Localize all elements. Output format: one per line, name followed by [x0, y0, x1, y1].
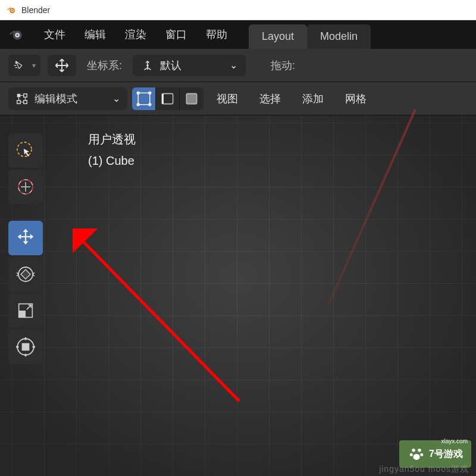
svg-rect-8 — [17, 93, 21, 97]
menu-select[interactable]: 选择 — [251, 92, 289, 106]
svg-rect-24 — [19, 311, 26, 317]
drag-label: 拖动: — [271, 58, 295, 73]
svg-point-2 — [11, 10, 12, 11]
vertex-icon — [136, 91, 152, 107]
svg-point-32 — [413, 454, 419, 460]
vertex-select-button[interactable] — [132, 87, 156, 110]
watermark-url: xlayx.com — [441, 438, 468, 444]
edge-icon — [160, 91, 176, 107]
svg-rect-11 — [24, 100, 27, 104]
svg-rect-12 — [138, 93, 150, 105]
viewport-info: 用户透视 (1) Cube — [88, 129, 136, 171]
pivot-dropdown[interactable] — [48, 55, 76, 76]
select-mode-group — [132, 87, 203, 110]
menubar: 文件 编辑 渲染 窗口 帮助 Layout Modelin — [0, 20, 476, 49]
snap-dropdown[interactable]: ▾ — [8, 55, 40, 76]
svg-rect-18 — [186, 93, 196, 104]
svg-point-13 — [136, 91, 139, 94]
orientation-value: 默认 — [160, 58, 181, 73]
svg-point-29 — [418, 449, 421, 452]
svg-rect-17 — [162, 93, 173, 104]
tool-cursor[interactable] — [8, 170, 43, 204]
svg-point-28 — [412, 449, 415, 452]
transform-icon — [14, 336, 37, 358]
toolbar-mode: 编辑模式 ⌄ 视图 选择 添加 网格 — [0, 82, 476, 115]
toolbar-header: ▾ 坐标系: 默认 ⌄ 拖动: — [0, 49, 476, 82]
svg-point-30 — [410, 453, 413, 456]
chevron-down-icon: ⌄ — [230, 60, 237, 71]
watermark-sub: jingyan5ou moos游戏 — [372, 463, 476, 476]
titlebar: Blender — [0, 0, 476, 20]
tool-select-box[interactable] — [8, 133, 43, 168]
tool-scale[interactable] — [8, 293, 43, 328]
orientation-dropdown[interactable]: 默认 ⌄ — [133, 55, 246, 76]
paw-icon — [408, 445, 425, 463]
move-icon — [54, 57, 70, 74]
menu-help[interactable]: 帮助 — [196, 24, 237, 45]
blender-logo-icon — [8, 27, 24, 42]
titlebar-title: Blender — [21, 5, 50, 15]
menu-file[interactable]: 文件 — [35, 24, 75, 45]
face-select-button[interactable] — [180, 87, 203, 110]
svg-rect-9 — [24, 93, 27, 97]
magnet-icon — [13, 59, 26, 72]
menu-edit[interactable]: 编辑 — [75, 24, 115, 45]
svg-line-27 — [80, 238, 239, 401]
axis-z-line — [327, 109, 416, 306]
face-icon — [184, 91, 199, 107]
menu-mesh[interactable]: 网格 — [337, 92, 375, 106]
svg-point-15 — [136, 103, 139, 106]
orientation-icon — [141, 59, 154, 72]
chevron-down-icon: ▾ — [32, 61, 36, 70]
edit-mode-icon — [15, 92, 29, 105]
svg-point-7 — [146, 64, 149, 67]
workspace-modeling[interactable]: Modelin — [307, 24, 371, 49]
workspace-layout[interactable]: Layout — [249, 24, 307, 49]
svg-point-5 — [16, 34, 18, 36]
menu-view[interactable]: 视图 — [208, 92, 246, 106]
svg-point-14 — [148, 91, 151, 94]
menu-window[interactable]: 窗口 — [156, 24, 196, 45]
menu-add[interactable]: 添加 — [294, 92, 332, 106]
rotate-icon — [15, 264, 36, 285]
mode-label: 编辑模式 — [35, 92, 107, 106]
mode-dropdown[interactable]: 编辑模式 ⌄ — [8, 87, 127, 110]
menu-render[interactable]: 渲染 — [115, 24, 156, 45]
chevron-down-icon: ⌄ — [112, 93, 120, 104]
svg-rect-26 — [22, 343, 30, 351]
tool-column — [8, 133, 43, 364]
viewport-perspective-label: 用户透视 — [88, 129, 136, 150]
svg-point-16 — [148, 103, 151, 106]
svg-point-31 — [420, 453, 423, 456]
select-box-icon — [15, 140, 36, 161]
app-window: 文件 编辑 渲染 窗口 帮助 Layout Modelin ▾ 坐标系: 默认 … — [0, 20, 476, 476]
edge-select-button[interactable] — [156, 87, 180, 110]
tool-move[interactable] — [8, 221, 43, 255]
viewport-object-label: (1) Cube — [88, 150, 136, 171]
viewport-3d[interactable]: 用户透视 (1) Cube 7号游戏 xlayx.com jingyan5ou … — [0, 115, 476, 476]
cursor-3d-icon — [15, 176, 36, 198]
move-icon — [14, 226, 37, 250]
orientation-label: 坐标系: — [87, 58, 122, 73]
tool-transform[interactable] — [8, 330, 43, 364]
annotation-arrow — [73, 228, 263, 419]
svg-rect-10 — [17, 100, 21, 104]
blender-logo-icon — [6, 5, 17, 15]
tool-rotate[interactable] — [8, 257, 43, 292]
scale-icon — [15, 300, 36, 321]
watermark-text: 7号游戏 — [429, 448, 463, 461]
